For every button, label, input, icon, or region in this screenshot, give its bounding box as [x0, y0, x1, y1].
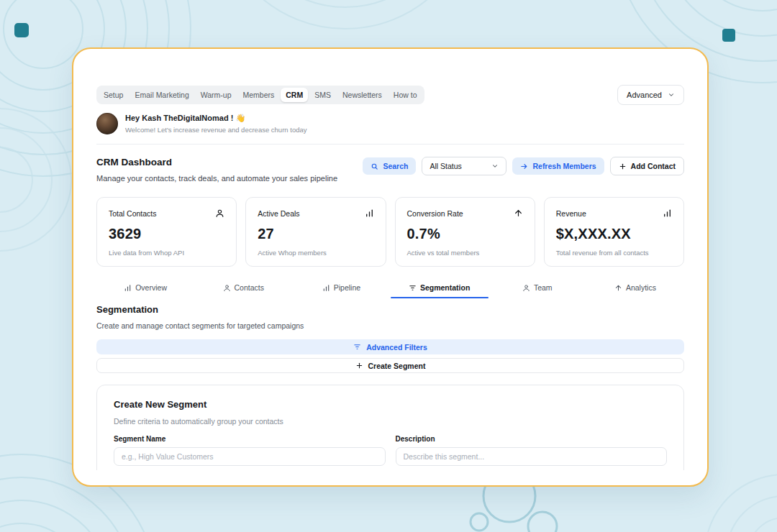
tab-overview[interactable]: Overview	[96, 279, 194, 298]
stat-value: $X,XXX.XX	[556, 226, 672, 242]
stat-card-total-contacts: Total Contacts 3629 Live data from Whop …	[96, 197, 237, 267]
bar-chart-icon	[365, 208, 374, 218]
greeting-text: Hey Kash TheDigitalNomad ! 👋 Welcome! Le…	[125, 114, 306, 134]
arrow-right-icon	[520, 162, 528, 170]
arrow-up-icon	[614, 284, 622, 292]
form-fields: Segment Name Description	[114, 435, 667, 466]
person-icon	[522, 284, 530, 292]
view-tabs: Overview Contacts Pipeline Segmentation …	[96, 279, 684, 298]
decor-square-top-left	[14, 23, 29, 37]
tab-label: Overview	[135, 283, 167, 292]
divider	[96, 144, 684, 145]
arrow-up-icon	[514, 208, 523, 218]
page-subtitle: Manage your contacts, track deals, and a…	[96, 174, 337, 183]
tab-label: Segmentation	[420, 283, 470, 292]
tab-label: Pipeline	[334, 283, 360, 292]
tab-analytics[interactable]: Analytics	[586, 279, 684, 298]
dashboard-controls: Search All Status Refresh Members Add Co…	[363, 157, 684, 175]
stat-label: Active Deals	[258, 209, 299, 218]
chevron-down-icon	[668, 91, 675, 98]
advanced-label: Advanced	[627, 91, 662, 99]
greeting-subtitle: Welcome! Let's increase revenue and decr…	[125, 126, 306, 134]
create-segment-label: Create Segment	[368, 362, 426, 370]
bar-chart-icon	[124, 284, 132, 292]
nav-tab-crm[interactable]: CRM	[281, 88, 308, 102]
segment-name-label: Segment Name	[114, 435, 386, 443]
create-segment-form: Create New Segment Define criteria to au…	[96, 385, 684, 470]
dashboard-header: CRM Dashboard Manage your contacts, trac…	[96, 157, 684, 183]
section-subtitle: Create and manage contact segments for t…	[96, 321, 684, 330]
bar-chart-icon	[663, 208, 672, 218]
create-segment-button[interactable]: Create Segment	[96, 358, 684, 373]
stat-label: Conversion Rate	[407, 209, 463, 218]
description-field-group: Description	[396, 435, 668, 466]
tab-label: Contacts	[235, 283, 264, 292]
tab-contacts[interactable]: Contacts	[194, 279, 292, 298]
tab-team[interactable]: Team	[489, 279, 586, 298]
nav-tab-newsletters[interactable]: Newsletters	[337, 88, 387, 102]
nav-tab-warm-up[interactable]: Warm-up	[196, 88, 237, 102]
stat-card-active-deals: Active Deals 27 Active Whop members	[245, 197, 386, 267]
page-title: CRM Dashboard	[96, 157, 337, 168]
greeting-title: Hey Kash TheDigitalNomad ! 👋	[125, 114, 306, 123]
stat-value: 3629	[109, 226, 224, 242]
stat-caption: Total revenue from all contacts	[556, 249, 672, 257]
advanced-button[interactable]: Advanced	[617, 85, 684, 105]
person-icon	[215, 208, 224, 218]
stat-card-revenue: Revenue $X,XXX.XX Total revenue from all…	[544, 197, 684, 267]
description-input[interactable]	[396, 447, 668, 466]
chevron-down-icon	[491, 162, 499, 170]
refresh-members-button[interactable]: Refresh Members	[512, 157, 604, 175]
plus-icon	[355, 362, 363, 370]
stats-row: Total Contacts 3629 Live data from Whop …	[96, 197, 684, 267]
avatar	[96, 113, 118, 134]
tab-label: Analytics	[626, 283, 656, 292]
form-title: Create New Segment	[114, 399, 667, 410]
status-filter-select[interactable]: All Status	[422, 157, 506, 175]
search-button[interactable]: Search	[363, 157, 416, 175]
decor-square-top-right	[722, 29, 735, 42]
top-nav: Setup Email Marketing Warm-up Members CR…	[96, 86, 424, 104]
description-label: Description	[396, 435, 668, 443]
status-filter-value: All Status	[430, 162, 461, 170]
stat-label: Revenue	[556, 209, 586, 218]
form-subtitle: Define criteria to automatically group y…	[114, 417, 667, 426]
refresh-members-label: Refresh Members	[532, 162, 596, 170]
nav-tab-members[interactable]: Members	[238, 88, 280, 102]
search-label: Search	[383, 162, 408, 170]
segment-form-clip: Create New Segment Define criteria to au…	[96, 385, 684, 470]
advanced-filters-label: Advanced Filters	[366, 343, 427, 352]
nav-tab-email-marketing[interactable]: Email Marketing	[130, 88, 194, 102]
stat-caption: Live data from Whop API	[109, 249, 224, 257]
segment-name-field-group: Segment Name	[114, 435, 386, 466]
filter-icon	[353, 343, 361, 351]
search-icon	[371, 162, 378, 170]
tab-label: Team	[534, 283, 553, 292]
plus-icon	[619, 162, 627, 170]
decor-waves-top-center	[173, 0, 518, 43]
tab-pipeline[interactable]: Pipeline	[292, 279, 390, 298]
dashboard-title-block: CRM Dashboard Manage your contacts, trac…	[96, 157, 337, 183]
filter-icon	[409, 284, 417, 292]
nav-tab-setup[interactable]: Setup	[99, 88, 128, 102]
stat-caption: Active Whop members	[258, 249, 373, 257]
stat-label: Total Contacts	[109, 209, 157, 218]
app-window: Setup Email Marketing Warm-up Members CR…	[72, 47, 709, 487]
tab-segmentation[interactable]: Segmentation	[391, 279, 489, 298]
stat-caption: Active vs total members	[407, 249, 523, 257]
person-icon	[223, 284, 231, 292]
segment-name-input[interactable]	[114, 447, 386, 466]
nav-tab-how-to[interactable]: How to	[388, 88, 422, 102]
stat-value: 27	[258, 226, 373, 242]
bar-chart-icon	[322, 284, 330, 292]
stat-card-conversion-rate: Conversion Rate 0.7% Active vs total mem…	[395, 197, 535, 267]
greeting: Hey Kash TheDigitalNomad ! 👋 Welcome! Le…	[96, 113, 684, 134]
add-contact-label: Add Contact	[631, 162, 676, 170]
nav-tab-sms[interactable]: SMS	[309, 88, 336, 102]
section-title: Segmentation	[96, 304, 684, 315]
add-contact-button[interactable]: Add Contact	[610, 157, 684, 175]
advanced-filters-button[interactable]: Advanced Filters	[96, 339, 684, 354]
decor-waves-left-mid	[0, 101, 79, 259]
stat-value: 0.7%	[407, 226, 523, 242]
top-nav-row: Setup Email Marketing Warm-up Members CR…	[96, 85, 684, 105]
